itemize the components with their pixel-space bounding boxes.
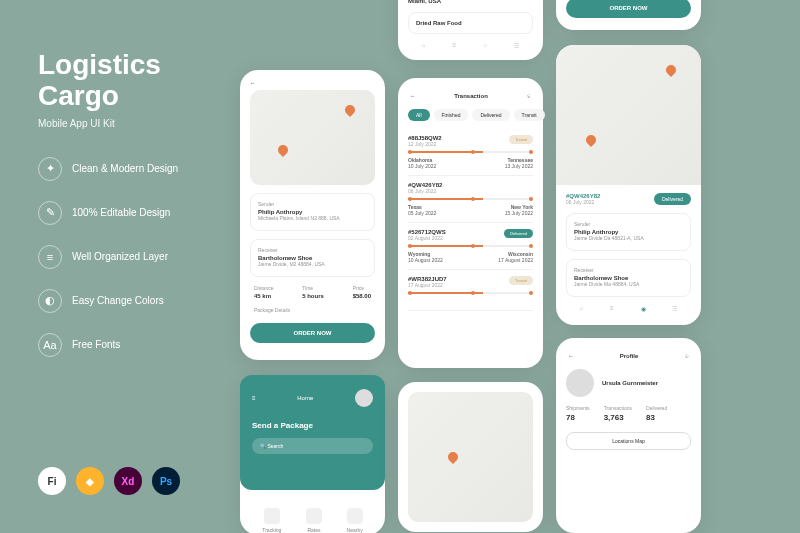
back-icon[interactable]: ←: [250, 80, 375, 86]
order-button[interactable]: ORDER NOW: [566, 0, 691, 18]
transaction-item[interactable]: #88J58QW2Transit12 July 2022Oklahoma10 J…: [408, 129, 533, 176]
order-button[interactable]: ORDER NOW: [250, 323, 375, 343]
tab-delivered[interactable]: Delivered: [472, 109, 509, 121]
xd-icon: Xd: [114, 467, 142, 495]
sketch-icon: ◆: [76, 467, 104, 495]
transaction-item[interactable]: #QW426Y8206 July 2022Texas05 July 2022Ne…: [408, 176, 533, 223]
palette-icon: ◐: [38, 289, 62, 313]
map-screen: [398, 382, 543, 532]
back-icon[interactable]: ←: [568, 353, 574, 359]
figma-icon: Fi: [38, 467, 66, 495]
home-screen: ≡Home Send a Package 🔍 Search Tracking R…: [240, 375, 385, 533]
font-icon: Aa: [38, 333, 62, 357]
bell-icon[interactable]: ♤: [526, 92, 531, 99]
route-map[interactable]: [250, 90, 375, 185]
tab-transit[interactable]: Transit: [514, 109, 545, 121]
tab-all[interactable]: All: [408, 109, 430, 121]
bell-icon[interactable]: ♤: [684, 352, 689, 359]
cta-screen: ORDER NOW: [556, 0, 701, 30]
transaction-screen: ←Transaction♤ All Finished Delivered Tra…: [398, 78, 543, 368]
summary-screen: ToMiami, USA$35.00 Dried Raw Food ⌂≡○☰: [398, 0, 543, 60]
feature-list: ✦Clean & Modern Design ✎100% Editable De…: [38, 157, 218, 357]
tab-finished[interactable]: Finished: [434, 109, 469, 121]
product-title: Logistics Cargo: [38, 50, 218, 112]
wand-icon: ✦: [38, 157, 62, 181]
photoshop-icon: Ps: [152, 467, 180, 495]
product-subtitle: Mobile App UI Kit: [38, 118, 218, 129]
layers-icon: ≡: [38, 245, 62, 269]
locations-button[interactable]: Locations Map: [566, 432, 691, 450]
back-icon[interactable]: ←: [410, 93, 416, 99]
transaction-item[interactable]: #WR382JUD7Transit17 August 2022: [408, 270, 533, 311]
transaction-item[interactable]: #526712QWSDelivered02 August 2022Wyoming…: [408, 223, 533, 270]
tracking-screen: #QW426Y8206 July 2022Delivered SenderPhi…: [556, 45, 701, 325]
avatar[interactable]: [355, 389, 373, 407]
home-icon[interactable]: ⌂: [422, 42, 426, 49]
tool-icons: Fi ◆ Xd Ps: [38, 467, 180, 495]
profile-screen: ←Profile♤ Ursula Gurnmeister Shipments78…: [556, 338, 701, 533]
order-screen: ← SenderPhilip AnthropyMichaela Plains, …: [240, 70, 385, 360]
edit-icon: ✎: [38, 201, 62, 225]
avatar[interactable]: [566, 369, 594, 397]
search-input[interactable]: 🔍 Search: [252, 438, 373, 454]
